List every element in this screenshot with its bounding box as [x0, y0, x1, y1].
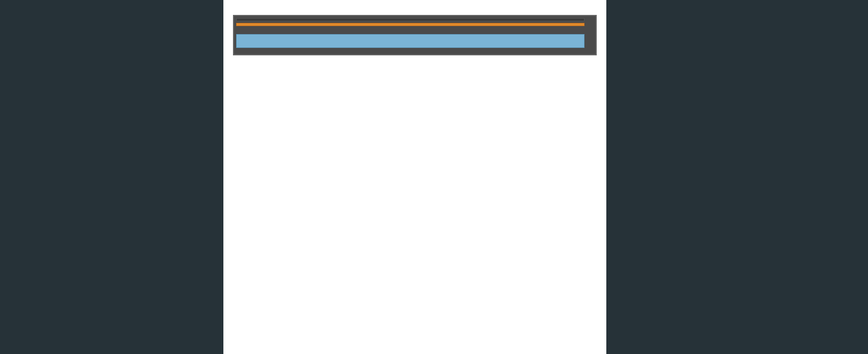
memory-controller-column: [586, 18, 594, 54]
slide-title: [223, 0, 606, 15]
gpu-block-diagram: [223, 15, 606, 354]
pci-express-interface: [236, 18, 585, 21]
gigathread-engine: [236, 23, 585, 26]
interconnect-bottom: [236, 50, 585, 53]
gpu-chip: [233, 15, 597, 55]
l2-cache: [236, 34, 585, 48]
chip-core-column: [236, 18, 585, 54]
interconnect-top: [236, 29, 585, 32]
slide: [223, 0, 606, 354]
